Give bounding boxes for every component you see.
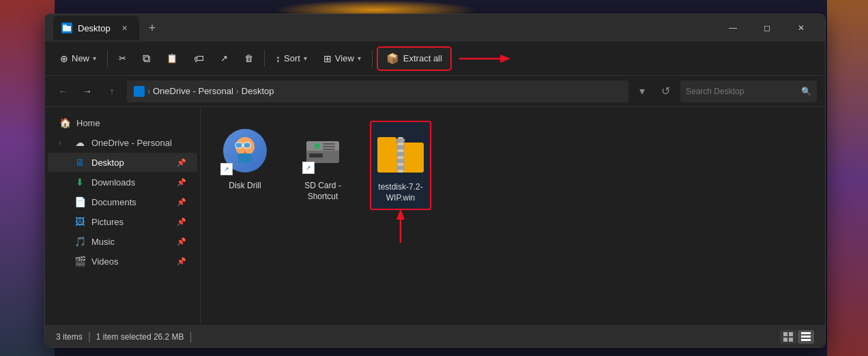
address-path[interactable]: › OneDrive - Personal › Desktop <box>127 80 628 102</box>
main-content: 🏠 Home › ☁ OneDrive - Personal 🖥 Desktop… <box>45 107 825 325</box>
svg-rect-30 <box>783 338 787 342</box>
svg-marker-27 <box>396 209 405 220</box>
tab-close-button[interactable]: ✕ <box>119 22 131 34</box>
new-button[interactable]: ⊕ New ▾ <box>53 46 103 71</box>
status-separator-1: | <box>88 331 91 343</box>
rename-button[interactable]: 🏷 <box>187 46 211 71</box>
sidebar-item-home[interactable]: 🏠 Home <box>48 113 197 132</box>
view-icon: ⊞ <box>323 53 332 64</box>
svg-rect-4 <box>136 88 143 95</box>
music-icon: 🎵 <box>74 236 86 247</box>
new-chevron-icon: ▾ <box>93 55 96 62</box>
file-item-sdcard[interactable]: ↗ SD Card - Shortcut <box>292 121 353 210</box>
up-button[interactable]: ↑ <box>102 82 121 101</box>
sidebar-documents-label: Documents <box>91 197 136 207</box>
diskdrill-icon-area: ↗ <box>220 126 270 175</box>
selected-info: 1 item selected 26.2 MB <box>96 332 184 342</box>
svg-rect-34 <box>801 339 811 341</box>
sidebar-item-music[interactable]: 🎵 Music 📌 <box>48 232 197 251</box>
svg-rect-23 <box>396 152 405 156</box>
svg-rect-29 <box>789 332 793 336</box>
paste-button[interactable]: 📋 <box>160 46 184 71</box>
sidebar-item-downloads[interactable]: ⬇ Downloads 📌 <box>48 173 197 192</box>
zip-folder-svg <box>376 130 425 174</box>
path-desktop: Desktop <box>242 86 274 96</box>
sidebar-item-videos[interactable]: 🎬 Videos 📌 <box>48 252 197 271</box>
close-button[interactable]: ✕ <box>785 17 817 39</box>
toolbar: ⊕ New ▾ ✂ ⧉ 📋 🏷 ↗ 🗑 ↕ Sort ▾ ⊞ <box>45 42 825 76</box>
address-bar: ← → ↑ › OneDrive - Personal › Desktop ▾ … <box>45 76 825 107</box>
videos-pin-icon: 📌 <box>177 257 186 266</box>
tab-title: Desktop <box>78 23 111 33</box>
address-dropdown-button[interactable]: ▾ <box>634 83 650 100</box>
pictures-icon: 🖼 <box>74 216 86 227</box>
list-view-button[interactable] <box>780 330 796 344</box>
view-button[interactable]: ⊞ View ▾ <box>317 46 368 71</box>
file-area: ↗ Disk Drill <box>201 107 825 325</box>
active-tab[interactable]: Desktop ✕ <box>53 16 139 40</box>
search-box[interactable]: 🔍 <box>680 80 817 102</box>
sidebar: 🏠 Home › ☁ OneDrive - Personal 🖥 Desktop… <box>45 107 201 325</box>
toolbar-separator-1 <box>107 50 108 67</box>
search-input[interactable] <box>686 87 797 96</box>
sidebar-music-label: Music <box>91 237 115 247</box>
sidebar-downloads-label: Downloads <box>91 177 135 188</box>
rename-icon: 🏷 <box>194 53 204 64</box>
svg-rect-21 <box>396 138 405 143</box>
sdcard-icon-area: ↗ <box>298 126 347 175</box>
extract-all-button[interactable]: 📦 Extract all <box>377 46 452 71</box>
sidebar-item-documents[interactable]: 📄 Documents 📌 <box>48 192 197 211</box>
arrow-up-annotation <box>392 209 409 243</box>
sidebar-item-desktop[interactable]: 🖥 Desktop 📌 <box>48 153 197 172</box>
music-pin-icon: 📌 <box>177 237 186 246</box>
svg-rect-32 <box>801 332 811 334</box>
forward-button[interactable]: → <box>78 82 97 101</box>
sdcard-filename: SD Card - Shortcut <box>298 181 348 202</box>
svg-rect-31 <box>789 338 793 342</box>
refresh-button[interactable]: ↺ <box>656 82 675 101</box>
svg-rect-10 <box>238 153 252 163</box>
share-button[interactable]: ↗ <box>214 46 235 71</box>
sidebar-item-onedrive[interactable]: › ☁ OneDrive - Personal <box>48 133 197 152</box>
maximize-button[interactable]: ◻ <box>751 17 783 39</box>
arrow-right-annotation <box>459 50 514 67</box>
sidebar-videos-label: Videos <box>91 256 119 267</box>
svg-rect-1 <box>63 25 67 27</box>
onedrive-expander-icon: › <box>59 139 68 147</box>
copy-button[interactable]: ⧉ <box>136 46 157 71</box>
sidebar-pictures-label: Pictures <box>91 217 124 227</box>
status-separator-2: | <box>190 331 192 343</box>
delete-icon: 🗑 <box>244 53 253 63</box>
path-separator-1: › <box>147 87 150 96</box>
sidebar-item-pictures[interactable]: 🖼 Pictures 📌 <box>48 212 197 231</box>
svg-rect-6 <box>235 143 242 148</box>
cut-icon: ✂ <box>119 53 126 63</box>
home-icon: 🏠 <box>59 117 71 128</box>
new-tab-button[interactable]: + <box>145 20 160 37</box>
file-item-testdisk[interactable]: testdisk-7.2-WIP.win <box>370 121 431 210</box>
extract-all-icon: 📦 <box>386 53 399 65</box>
documents-icon: 📄 <box>74 196 86 207</box>
path-onedrive: OneDrive - Personal <box>153 86 233 96</box>
file-item-diskdrill[interactable]: ↗ Disk Drill <box>214 121 276 210</box>
back-button[interactable]: ← <box>53 82 72 101</box>
sort-button[interactable]: ↕ Sort ▾ <box>269 46 314 71</box>
testdisk-filename: testdisk-7.2-WIP.win <box>377 182 424 203</box>
search-icon: 🔍 <box>801 87 811 96</box>
new-icon: ⊕ <box>60 53 68 64</box>
svg-point-13 <box>315 143 320 149</box>
sidebar-home-label: Home <box>76 118 100 128</box>
svg-rect-17 <box>309 153 323 158</box>
pictures-pin-icon: 📌 <box>177 218 186 226</box>
delete-button[interactable]: 🗑 <box>237 46 260 71</box>
toolbar-separator-2 <box>264 50 265 67</box>
new-label: New <box>72 53 89 63</box>
svg-rect-28 <box>783 332 787 336</box>
onedrive-icon: ☁ <box>74 137 86 148</box>
minimize-button[interactable]: — <box>717 17 749 39</box>
grid-view-button[interactable] <box>798 330 814 344</box>
cut-button[interactable]: ✂ <box>112 46 133 71</box>
view-label: View <box>335 53 354 63</box>
item-count: 3 items <box>56 332 83 342</box>
diskdrill-shortcut-arrow: ↗ <box>220 163 233 175</box>
